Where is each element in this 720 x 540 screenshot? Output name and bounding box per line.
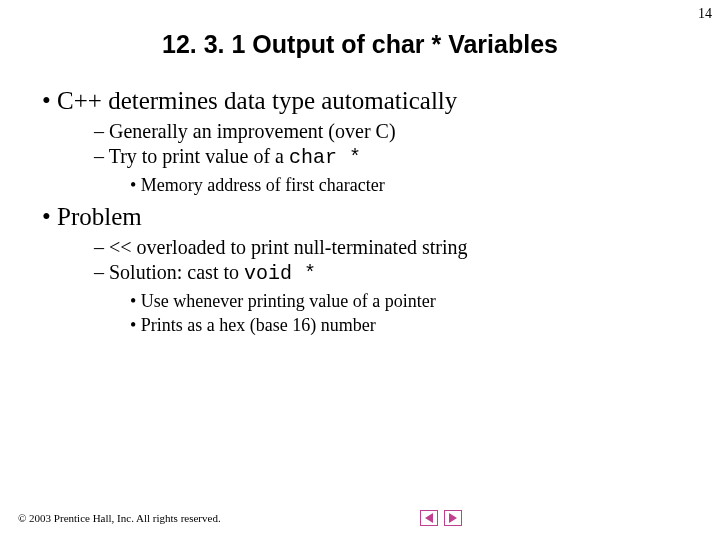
bullet-l2: << overloaded to print null-terminated s… bbox=[94, 235, 690, 260]
bullet-l3: Use whenever printing value of a pointer bbox=[130, 290, 690, 313]
bullet-text: Memory address of first character bbox=[141, 175, 385, 195]
bullet-text: Solution: cast to bbox=[109, 261, 244, 283]
bullet-l1: C++ determines data type automatically G… bbox=[42, 87, 690, 197]
bullet-text: Prints as a hex (base 16) number bbox=[141, 315, 376, 335]
bullet-text: Try to print value of a bbox=[109, 145, 289, 167]
bullet-text: Problem bbox=[57, 203, 142, 230]
bullet-text: C++ determines data type automatically bbox=[57, 87, 457, 114]
next-button[interactable] bbox=[444, 510, 462, 526]
bullet-l1: Problem << overloaded to print null-term… bbox=[42, 203, 690, 337]
bullet-l3: Memory address of first character bbox=[130, 174, 690, 197]
copyright-text: © 2003 Prentice Hall, Inc. All rights re… bbox=[18, 512, 221, 524]
bullet-l2: Solution: cast to void * Use whenever pr… bbox=[94, 260, 690, 337]
code-text: void * bbox=[244, 262, 316, 285]
arrow-right-icon bbox=[449, 513, 457, 523]
code-text: char * bbox=[289, 146, 361, 169]
bullet-l2: Generally an improvement (over C) bbox=[94, 119, 690, 144]
bullet-l2: Try to print value of a char * Memory ad… bbox=[94, 144, 690, 197]
slide-content: C++ determines data type automatically G… bbox=[0, 87, 720, 337]
footer: © 2003 Prentice Hall, Inc. All rights re… bbox=[18, 510, 702, 526]
arrow-left-icon bbox=[425, 513, 433, 523]
bullet-text: Use whenever printing value of a pointer bbox=[141, 291, 436, 311]
bullet-text: Generally an improvement (over C) bbox=[109, 120, 396, 142]
bullet-text: << overloaded to print null-terminated s… bbox=[109, 236, 468, 258]
page-number: 14 bbox=[698, 6, 712, 22]
nav-arrows bbox=[420, 510, 462, 526]
slide-title: 12. 3. 1 Output of char * Variables bbox=[0, 30, 720, 59]
prev-button[interactable] bbox=[420, 510, 438, 526]
bullet-l3: Prints as a hex (base 16) number bbox=[130, 314, 690, 337]
